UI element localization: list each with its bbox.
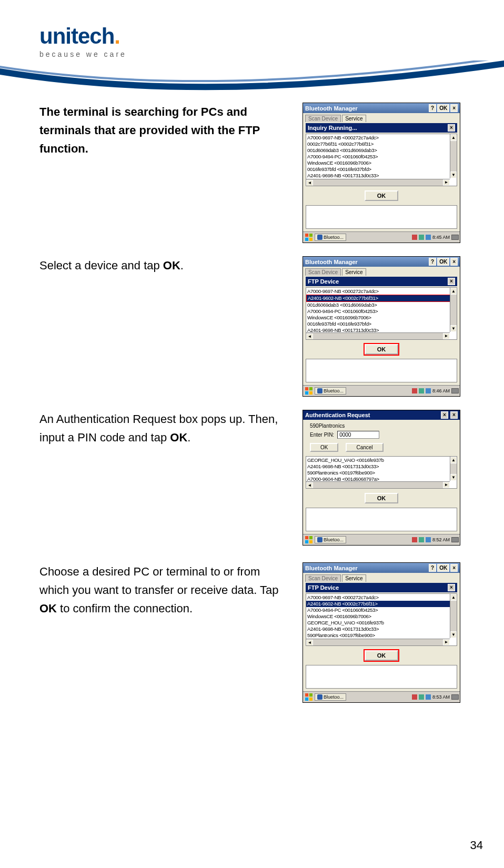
cancel-button[interactable]: Cancel	[346, 443, 383, 452]
tab-scan-device[interactable]: Scan Device	[305, 574, 341, 582]
list-item[interactable]: WindowsCE <0016096b7006>	[306, 613, 457, 620]
list-item[interactable]: 590Plantronics <00197f6be900>	[306, 470, 457, 476]
tray-icon[interactable]	[426, 388, 431, 393]
horizontal-scrollbar[interactable]: ◄►	[306, 179, 450, 186]
ok-titlebar-button[interactable]: OK	[437, 258, 449, 266]
dialog-close-button[interactable]: ×	[441, 411, 448, 419]
tray-icon[interactable]	[419, 235, 424, 240]
pin-input[interactable]: 0000	[337, 431, 379, 439]
vertical-scrollbar[interactable]: ▲▼	[450, 457, 457, 481]
auth-device-label: 590Plantronics	[310, 423, 453, 429]
start-icon[interactable]	[304, 693, 314, 701]
tray-icon[interactable]	[412, 235, 417, 240]
clock: 8:53 AM	[432, 694, 450, 700]
ok-button[interactable]: OK	[310, 443, 338, 452]
ok-button[interactable]: OK	[365, 650, 399, 661]
list-item[interactable]: WindowsCE <0016096b7006>	[306, 160, 457, 166]
ok-titlebar-button[interactable]: OK	[437, 104, 449, 112]
taskbar: Bluetoo... 8:45 AM	[303, 231, 460, 243]
horizontal-scrollbar[interactable]: ◄►	[306, 332, 450, 339]
step-2-text: Select a device and tap OK.	[39, 256, 303, 275]
step-1: The terminal is searching for PCs and te…	[39, 103, 483, 243]
list-item[interactable]: A7000-9494-PC <001060f04253>	[306, 607, 457, 613]
vertical-scrollbar[interactable]: ▲▼	[450, 134, 457, 178]
dialog-close-button[interactable]: ×	[448, 584, 455, 591]
list-item[interactable]: 0016fe937bfd <0016fe937bfd>	[306, 166, 457, 173]
list-item[interactable]: A2401-9698-NB <0017313d0c33>	[306, 626, 457, 632]
horizontal-scrollbar[interactable]: ◄►	[306, 639, 450, 645]
close-button[interactable]: ×	[450, 258, 458, 266]
keyboard-icon[interactable]	[451, 388, 459, 393]
taskbar-app[interactable]: Bluetoo...	[315, 536, 346, 543]
list-item[interactable]: 0016fe937bfd <0016fe937bfd>	[306, 321, 457, 327]
ok-button[interactable]: OK	[365, 190, 399, 201]
step-3: An Authentication Request box pops up. T…	[39, 410, 483, 549]
device-list[interactable]: A7000-9697-NB <000272c7a4dc> A2401-9602-…	[306, 287, 457, 340]
device-list[interactable]: A7000-9697-NB <000272c7a4dc> 0002c77b6f3…	[306, 134, 457, 186]
tray-icon[interactable]	[419, 537, 424, 542]
vertical-scrollbar[interactable]: ▲▼	[450, 594, 457, 638]
vertical-scrollbar[interactable]: ▲▼	[450, 288, 457, 332]
tray-icon[interactable]	[412, 694, 417, 700]
tab-service[interactable]: Service	[342, 115, 366, 122]
dialog-close-button[interactable]: ×	[448, 124, 455, 132]
close-button[interactable]: ×	[450, 104, 458, 112]
window-title: Bluetooth Manager	[305, 565, 358, 571]
taskbar: Bluetoo... 8:46 AM	[303, 385, 460, 396]
window-title-bar: Bluetooth Manager ? OK ×	[303, 257, 460, 267]
window-title: Bluetooth Manager	[305, 105, 358, 112]
list-item[interactable]: 001d6069dab3 <001d6069dab3>	[306, 302, 457, 308]
keyboard-icon[interactable]	[451, 537, 459, 542]
close-button[interactable]: ×	[450, 564, 458, 572]
start-icon[interactable]	[304, 233, 314, 241]
list-item[interactable]: A7000-9697-NB <000272c7a4dc>	[306, 135, 457, 141]
brand-name: unitech.	[39, 24, 127, 49]
tray-icon[interactable]	[412, 537, 417, 542]
tab-scan-device[interactable]: Scan Device	[305, 268, 341, 276]
brand-logo: unitech. because we care	[39, 24, 127, 58]
list-item[interactable]: 590Plantronics <00197f6be900>	[306, 632, 457, 639]
tray-icon[interactable]	[419, 388, 424, 393]
taskbar-app[interactable]: Bluetoo...	[315, 234, 346, 241]
ok-titlebar-button[interactable]: OK	[437, 564, 449, 572]
list-item-selected[interactable]: A2401-9602-NB <0002c77b6f31>	[306, 601, 457, 607]
dialog-close-button[interactable]: ×	[448, 278, 455, 285]
tray-icon[interactable]	[426, 537, 431, 542]
device-list[interactable]: A7000-9697-NB <000272c7a4dc> A2401-9602-…	[306, 593, 457, 646]
list-item[interactable]: A2401-9698-NB <0017313d0c33>	[306, 173, 457, 179]
tab-scan-device[interactable]: Scan Device	[305, 115, 341, 122]
start-icon[interactable]	[304, 536, 314, 544]
list-item[interactable]: A7000-9494-PC <001060f04253>	[306, 308, 457, 315]
keyboard-icon[interactable]	[451, 235, 459, 240]
list-item[interactable]: A7000-9494-PC <001060f04253>	[306, 154, 457, 160]
horizontal-scrollbar[interactable]: ◄►	[306, 481, 450, 488]
taskbar-app[interactable]: Bluetoo...	[315, 387, 346, 395]
clock: 8:46 AM	[432, 388, 450, 393]
help-button[interactable]: ?	[429, 564, 436, 572]
list-item-selected[interactable]: A2401-9602-NB <0002c77b6f31>	[306, 295, 457, 302]
taskbar-app[interactable]: Bluetoo...	[315, 693, 346, 701]
tray-icon[interactable]	[412, 388, 417, 393]
tray-icon[interactable]	[426, 235, 431, 240]
list-item[interactable]: 001d6069dab3 <001d6069dab3>	[306, 147, 457, 154]
tray-icon[interactable]	[419, 694, 424, 700]
tab-service[interactable]: Service	[342, 268, 366, 276]
list-item[interactable]: GEORGE_HOU_VAIO <0016fe937b	[306, 457, 457, 463]
ok-button[interactable]: OK	[365, 493, 399, 503]
tray-icon[interactable]	[426, 694, 431, 700]
keyboard-icon[interactable]	[451, 694, 459, 700]
list-item[interactable]: A7000-9697-NB <000272c7a4dc>	[306, 288, 457, 295]
help-button[interactable]: ?	[429, 258, 436, 266]
tab-service[interactable]: Service	[342, 574, 366, 582]
list-item[interactable]: A7000-9697-NB <000272c7a4dc>	[306, 594, 457, 601]
list-item[interactable]: A2401-9698-NB <0017313d0c33>	[306, 463, 457, 470]
list-item[interactable]: 0002c77b6f31 <0002c77b6f31>	[306, 141, 457, 147]
list-item[interactable]: GEORGE_HOU_VAIO <0016fe937b	[306, 620, 457, 626]
close-button[interactable]: ×	[450, 411, 458, 419]
help-button[interactable]: ?	[429, 104, 436, 112]
ok-button[interactable]: OK	[365, 344, 399, 355]
step-4-screenshot: Bluetooth Manager ? OK × Scan Device Ser…	[303, 562, 460, 703]
list-item[interactable]: WindowsCE <0016096b7006>	[306, 315, 457, 321]
start-icon[interactable]	[304, 387, 314, 395]
device-list[interactable]: GEORGE_HOU_VAIO <0016fe937b A2401-9698-N…	[306, 456, 457, 489]
